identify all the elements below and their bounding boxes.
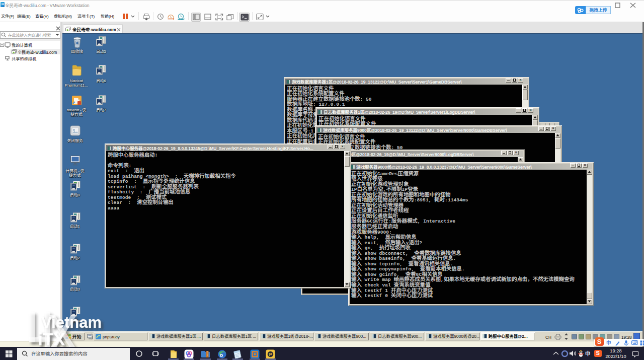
svg-text:P: P [269,352,272,357]
svg-text:Vietnam: Vietnam [41,314,102,331]
svg-text:iTX: iTX [38,329,65,349]
